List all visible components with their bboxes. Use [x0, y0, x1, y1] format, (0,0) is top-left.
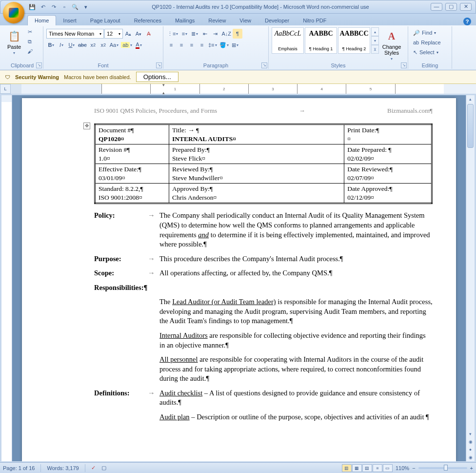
close-button[interactable]: ✕: [460, 3, 472, 11]
maximize-button[interactable]: ▢: [445, 3, 457, 11]
find-button[interactable]: 🔎Find ▾: [411, 28, 438, 37]
replace-button[interactable]: abReplace: [411, 38, 443, 47]
shading-button[interactable]: 🪣: [218, 40, 230, 50]
sort-button[interactable]: A↓Z: [220, 29, 232, 39]
styles-up-icon[interactable]: ▴: [371, 27, 379, 36]
underline-button[interactable]: U: [67, 40, 77, 50]
strikethrough-button[interactable]: abc: [77, 40, 88, 50]
qat-more-icon[interactable]: ▾: [81, 2, 90, 11]
cut-icon[interactable]: ✂: [25, 27, 35, 36]
status-words[interactable]: Words: 3,179: [47, 465, 79, 471]
line-spacing-button[interactable]: ‡≡: [207, 40, 218, 50]
vertical-scrollbar[interactable]: ▴ ▾ ◉ ● ◉: [466, 95, 475, 461]
table-move-handle[interactable]: ✥: [83, 123, 90, 129]
superscript-button[interactable]: x2: [99, 40, 108, 50]
numbering-button[interactable]: ≡: [179, 29, 189, 39]
prev-page-icon[interactable]: ◉: [466, 438, 475, 446]
zoom-in-button[interactable]: +: [470, 465, 473, 471]
justify-button[interactable]: ≡: [197, 40, 207, 50]
document-area[interactable]: ISO 9001 QMS Policies, Procedures, and F…: [12, 95, 466, 461]
multilevel-list-button[interactable]: ≣: [190, 29, 199, 39]
status-page[interactable]: Page: 1 of 16: [3, 465, 35, 471]
preview-icon[interactable]: 🔍: [71, 2, 79, 11]
full-screen-view-icon[interactable]: ▦: [352, 464, 362, 472]
style-heading2[interactable]: AABBCC¶ Heading 2: [338, 27, 370, 54]
new-icon[interactable]: ▫: [60, 2, 69, 11]
italic-button[interactable]: I: [57, 40, 66, 50]
browse-object-icon[interactable]: ●: [466, 446, 475, 453]
undo-icon[interactable]: ↶: [39, 2, 47, 11]
align-center-button[interactable]: ≡: [177, 40, 186, 50]
zoom-slider[interactable]: [418, 467, 467, 469]
print-layout-view-icon[interactable]: ▥: [342, 464, 352, 472]
clipboard-dialog-launcher[interactable]: ↘: [36, 62, 42, 68]
tab-home[interactable]: Home: [27, 15, 56, 25]
zoom-level[interactable]: 110%: [396, 465, 409, 471]
tab-mailings[interactable]: Mailings: [168, 16, 201, 25]
scroll-thumb[interactable]: [467, 104, 474, 148]
zoom-out-button[interactable]: −: [412, 465, 415, 471]
styles-dialog-launcher[interactable]: ↘: [401, 62, 407, 68]
redo-icon[interactable]: ↷: [49, 2, 58, 11]
align-left-button[interactable]: ≡: [166, 40, 176, 50]
grow-font-icon[interactable]: A▴: [123, 29, 133, 39]
increase-indent-button[interactable]: ⇥: [210, 29, 220, 39]
spellcheck-icon[interactable]: ✓: [91, 465, 96, 471]
subscript-button[interactable]: x2: [88, 40, 98, 50]
font-name-combo[interactable]: Times New Roman▾: [46, 29, 104, 39]
copy-icon[interactable]: ⧉: [25, 37, 35, 46]
tab-view[interactable]: View: [233, 16, 258, 25]
next-page-icon[interactable]: ◉: [466, 453, 475, 461]
change-styles-button[interactable]: A Change Styles ▾: [379, 27, 404, 63]
vertical-ruler[interactable]: [1, 95, 12, 461]
bold-button[interactable]: B: [46, 40, 56, 50]
highlight-button[interactable]: ab: [120, 40, 133, 50]
styles-down-icon[interactable]: ▾: [371, 36, 379, 45]
format-painter-icon[interactable]: 🖌: [25, 47, 35, 56]
decrease-indent-button[interactable]: ⇤: [200, 29, 210, 39]
shrink-font-icon[interactable]: A▾: [134, 29, 143, 39]
tab-developer[interactable]: Developer: [258, 16, 296, 25]
scroll-down-icon[interactable]: ▾: [466, 430, 475, 438]
office-button[interactable]: [3, 2, 24, 23]
font-dialog-launcher[interactable]: ↘: [156, 62, 162, 68]
outline-view-icon[interactable]: ≡: [373, 464, 382, 472]
bullets-button[interactable]: ⋮≡: [166, 29, 179, 39]
change-styles-icon: A: [385, 29, 398, 43]
clear-formatting-icon[interactable]: A̶: [144, 29, 154, 39]
find-icon: 🔎: [413, 30, 420, 36]
tab-references[interactable]: References: [127, 16, 168, 25]
window-title: QP1020 - Internal Audits rev 1-0 [Compat…: [90, 4, 431, 10]
font-color-button[interactable]: A: [134, 40, 143, 50]
minimize-button[interactable]: —: [431, 3, 442, 11]
web-layout-view-icon[interactable]: ▤: [362, 464, 372, 472]
tab-review[interactable]: Review: [201, 16, 233, 25]
show-marks-button[interactable]: ¶: [233, 29, 242, 39]
font-group-label: Font: [98, 62, 108, 68]
paragraph-group-label: Paragraph: [203, 62, 228, 68]
horizontal-ruler[interactable]: 12345: [21, 84, 476, 94]
paste-button[interactable]: 📋 Paste ▾: [4, 27, 24, 57]
align-right-button[interactable]: ≡: [187, 40, 197, 50]
select-button[interactable]: ↖Select ▾: [411, 48, 440, 57]
styles-gallery[interactable]: AaBbCcLEmphasis AABBC¶ Heading 1 AABBCC¶…: [272, 27, 379, 54]
draft-view-icon[interactable]: ▭: [383, 464, 393, 472]
macro-record-icon[interactable]: ▢: [101, 465, 106, 471]
help-icon[interactable]: ?: [463, 18, 471, 25]
tab-page-layout[interactable]: Page Layout: [83, 16, 127, 25]
font-size-value: 12: [107, 31, 113, 37]
clipboard-icon: 📋: [7, 29, 21, 43]
paragraph-dialog-launcher[interactable]: ↘: [261, 62, 267, 68]
security-options-button[interactable]: Options...: [136, 72, 178, 82]
font-size-combo[interactable]: 12▾: [104, 29, 123, 39]
style-heading1[interactable]: AABBC¶ Heading 1: [305, 27, 337, 54]
save-icon[interactable]: 💾: [28, 2, 37, 11]
tab-insert[interactable]: Insert: [56, 16, 83, 25]
borders-button[interactable]: ⊞: [230, 40, 240, 50]
tab-selector[interactable]: L: [0, 84, 11, 94]
scroll-up-icon[interactable]: ▴: [466, 95, 475, 103]
styles-more-icon[interactable]: ⊻: [371, 45, 379, 54]
style-emphasis[interactable]: AaBbCcLEmphasis: [272, 27, 304, 54]
change-case-button[interactable]: Aa: [109, 40, 119, 50]
tab-nitro-pdf[interactable]: Nitro PDF: [296, 16, 333, 25]
